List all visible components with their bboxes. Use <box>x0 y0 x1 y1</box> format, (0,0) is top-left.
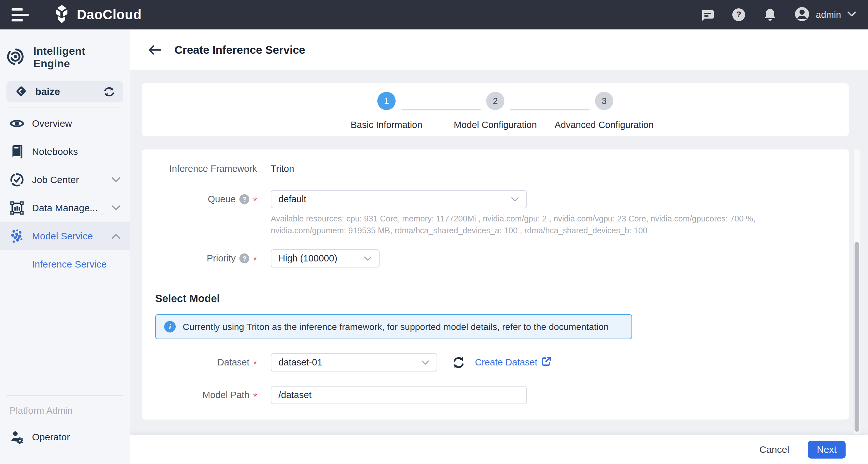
workspace-selector[interactable]: baize <box>6 81 123 102</box>
queue-select[interactable]: default <box>271 190 527 208</box>
sidebar-divider <box>6 395 123 396</box>
step-circle: 3 <box>595 92 613 110</box>
step-model-configuration[interactable]: 2 Model Configuration <box>441 92 550 136</box>
stepper-card: 1 Basic Information 2 Model Configuratio… <box>142 83 849 136</box>
sidebar-item-notebooks[interactable]: Notebooks <box>0 137 130 166</box>
help-icon[interactable]: ? <box>239 253 249 264</box>
priority-select-value: High (100000) <box>278 253 337 264</box>
avatar-icon <box>794 6 810 23</box>
model-path-row: Model Path * <box>142 386 849 404</box>
sidebar-bottom: Platform Admin <box>0 390 130 464</box>
chat-icon[interactable] <box>700 7 715 22</box>
required-asterisk: * <box>253 255 257 265</box>
svg-text:?: ? <box>736 9 741 19</box>
dataset-select[interactable]: dataset-01 <box>271 353 437 372</box>
chevron-up-icon <box>111 233 121 239</box>
sidebar-item-inference-service[interactable]: Inference Service <box>0 250 130 278</box>
back-arrow-icon[interactable] <box>148 44 162 56</box>
sidebar-item-model-service[interactable]: Model Service <box>0 222 130 250</box>
brand-logo[interactable]: DaoCloud <box>52 4 142 25</box>
queue-row: Queue ? * default <box>142 190 849 208</box>
sidebar: Intelligent Engine baize <box>0 29 130 464</box>
page-title: Create Inference Service <box>175 43 305 56</box>
platform-admin-label: Platform Admin <box>0 397 130 423</box>
step-label: Advanced Configuration <box>555 120 654 130</box>
priority-label: Priority ? * <box>142 253 257 264</box>
intelligent-engine-icon <box>6 48 24 67</box>
step-advanced-configuration[interactable]: 3 Advanced Configuration <box>550 92 659 136</box>
workspace-icon <box>14 84 28 99</box>
info-banner: i Currently using Triton as the inferenc… <box>155 314 632 339</box>
step-label: Basic Information <box>350 120 422 130</box>
brand-name: DaoCloud <box>77 7 142 22</box>
sidebar-item-overview[interactable]: Overview <box>0 110 130 137</box>
sidebar-subitem-label: Inference Service <box>32 259 106 270</box>
daocloud-logo-icon <box>52 4 72 25</box>
user-name: admin <box>816 9 841 20</box>
sidebar-item-operator[interactable]: Operator <box>0 423 130 451</box>
queue-select-value: default <box>278 194 306 205</box>
topbar: DaoCloud ? <box>0 0 868 29</box>
sidebar-item-data-management[interactable]: Data Manage... <box>0 194 130 222</box>
product-header: Intelligent Engine <box>0 29 130 81</box>
workspace-name: baize <box>35 86 60 98</box>
select-model-title: Select Model <box>155 292 849 305</box>
chevron-down-icon <box>364 256 372 261</box>
required-asterisk: * <box>253 392 257 401</box>
refresh-icon[interactable] <box>452 356 465 369</box>
model-cluster-icon <box>9 229 24 244</box>
step-circle: 2 <box>486 92 504 110</box>
inference-framework-row: Inference Framework Triton <box>142 163 849 174</box>
content: 1 Basic Information 2 Model Configuratio… <box>130 70 868 435</box>
book-icon <box>9 145 24 158</box>
step-circle: 1 <box>377 92 396 110</box>
workspace-switch-icon[interactable] <box>103 86 116 98</box>
next-button[interactable]: Next <box>808 441 846 459</box>
chevron-down-icon <box>847 11 857 19</box>
help-icon[interactable]: ? <box>239 194 249 204</box>
model-path-label: Model Path * <box>142 390 257 400</box>
eye-icon <box>9 118 24 129</box>
create-dataset-link[interactable]: Create Dataset <box>475 356 552 369</box>
page-header: Create Inference Service <box>130 29 868 70</box>
sidebar-item-label: Model Service <box>32 231 93 242</box>
dataset-row: Dataset * dataset-01 <box>142 353 849 372</box>
chevron-down-icon <box>421 360 430 365</box>
sidebar-item-label: Notebooks <box>32 146 78 157</box>
sidebar-item-label: Data Manage... <box>32 203 98 213</box>
priority-select[interactable]: High (100000) <box>271 249 380 268</box>
chevron-down-icon <box>111 177 121 183</box>
data-chart-icon <box>9 201 24 215</box>
help-icon[interactable]: ? <box>731 7 746 22</box>
step-label: Model Configuration <box>454 120 537 130</box>
operator-label: Operator <box>32 432 70 442</box>
dataset-label: Dataset * <box>142 357 257 368</box>
create-dataset-label: Create Dataset <box>475 357 537 368</box>
scrollbar-thumb[interactable] <box>855 242 859 432</box>
form-card: Inference Framework Triton Queue ? * def… <box>142 149 849 420</box>
queue-available-resources: Available resources: cpu: 931 Core, memo… <box>271 213 831 237</box>
cancel-button[interactable]: Cancel <box>760 444 789 455</box>
step-basic-information[interactable]: 1 Basic Information <box>332 92 441 136</box>
sidebar-nav: Overview Notebooks Job Center <box>0 110 130 278</box>
chevron-down-icon <box>511 197 519 202</box>
bell-icon[interactable] <box>763 7 777 22</box>
user-menu[interactable]: admin <box>794 6 857 23</box>
job-check-icon <box>9 173 24 187</box>
external-link-icon <box>541 356 552 369</box>
priority-row: Priority ? * High (100000) <box>142 249 849 268</box>
sidebar-divider <box>6 107 123 108</box>
scrollbar-track[interactable] <box>853 149 860 434</box>
required-asterisk: * <box>253 196 257 206</box>
inference-framework-label: Inference Framework <box>142 163 257 174</box>
footer-bar: Cancel Next <box>130 435 868 464</box>
model-path-input[interactable] <box>271 386 527 404</box>
sidebar-item-job-center[interactable]: Job Center <box>0 166 130 194</box>
stepper: 1 Basic Information 2 Model Configuratio… <box>332 83 659 136</box>
sidebar-item-label: Job Center <box>32 175 79 185</box>
info-banner-text: Currently using Triton as the inference … <box>183 321 609 332</box>
dataset-select-value: dataset-01 <box>278 357 322 368</box>
hamburger-menu-icon[interactable] <box>11 6 31 23</box>
operator-icon <box>9 430 24 444</box>
chevron-down-icon <box>111 205 121 211</box>
